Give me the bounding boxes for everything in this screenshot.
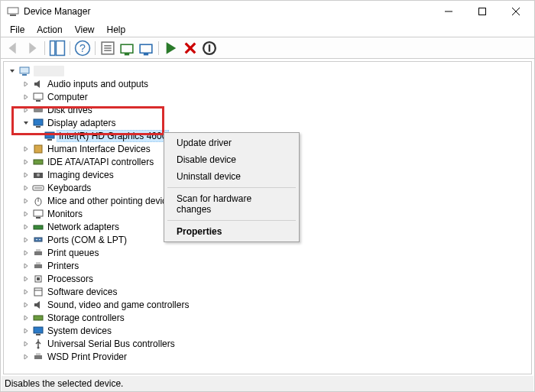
tree-node-printqueues[interactable]: Print queues bbox=[7, 246, 528, 259]
svg-point-43 bbox=[39, 238, 41, 240]
tree-node-processors[interactable]: Processors bbox=[7, 272, 528, 285]
chevron-right-icon[interactable] bbox=[21, 300, 31, 309]
ctx-update-driver[interactable]: Update driver bbox=[166, 134, 297, 151]
tree-node-display[interactable]: Display adapters bbox=[7, 116, 528, 129]
svg-rect-16 bbox=[140, 44, 152, 53]
node-label: Storage controllers bbox=[47, 313, 125, 323]
node-label: Imaging devices bbox=[47, 170, 114, 180]
help-button[interactable]: ? bbox=[73, 40, 92, 57]
tree-node-disk[interactable]: Disk drives bbox=[7, 103, 528, 116]
chevron-right-icon[interactable] bbox=[21, 313, 31, 322]
svg-rect-52 bbox=[34, 316, 43, 320]
tree-node-computer[interactable]: Computer bbox=[7, 90, 528, 103]
chevron-right-icon[interactable] bbox=[21, 105, 31, 115]
printer-icon bbox=[32, 260, 44, 272]
ports-icon bbox=[32, 234, 44, 246]
enable-device-button[interactable] bbox=[162, 40, 180, 57]
node-label: Sound, video and game controllers bbox=[47, 300, 189, 310]
scan-hardware-button[interactable] bbox=[137, 40, 155, 57]
network-icon bbox=[32, 221, 44, 233]
update-driver-button[interactable] bbox=[118, 40, 136, 57]
back-button[interactable] bbox=[4, 40, 22, 57]
node-label: Ports (COM & LPT) bbox=[47, 235, 127, 245]
svg-rect-25 bbox=[34, 108, 43, 112]
chevron-right-icon[interactable] bbox=[21, 157, 31, 167]
node-label: IDE ATA/ATAPI controllers bbox=[47, 157, 154, 167]
imaging-icon bbox=[32, 169, 44, 181]
separator bbox=[167, 220, 296, 221]
computer-icon bbox=[18, 65, 31, 77]
svg-rect-21 bbox=[20, 67, 29, 73]
minimize-button[interactable] bbox=[432, 1, 465, 22]
tree-node-audio[interactable]: Audio inputs and outputs bbox=[7, 77, 528, 90]
mouse-icon bbox=[32, 195, 44, 207]
ctx-uninstall-device[interactable]: Uninstall device bbox=[166, 168, 297, 185]
disk-icon bbox=[32, 104, 44, 116]
window-title: Device Manager bbox=[24, 6, 432, 17]
titlebar: Device Manager bbox=[1, 1, 534, 22]
menu-view[interactable]: View bbox=[69, 23, 101, 37]
chevron-right-icon[interactable] bbox=[21, 235, 31, 245]
chevron-right-icon[interactable] bbox=[21, 261, 31, 271]
chevron-right-icon[interactable] bbox=[21, 326, 31, 335]
chevron-right-icon[interactable] bbox=[21, 339, 31, 348]
disable-device-button[interactable] bbox=[200, 40, 219, 57]
chevron-right-icon[interactable] bbox=[21, 274, 31, 283]
properties-button[interactable] bbox=[99, 40, 117, 57]
svg-rect-22 bbox=[22, 74, 27, 76]
tree-node-software[interactable]: Software devices bbox=[7, 285, 528, 298]
tree-node-wsd[interactable]: WSD Print Provider bbox=[7, 350, 528, 363]
ctx-disable-device[interactable]: Disable device bbox=[166, 151, 297, 168]
status-text: Disables the selected device. bbox=[5, 378, 123, 389]
tree-node-printers[interactable]: Printers bbox=[7, 259, 528, 272]
menu-help[interactable]: Help bbox=[101, 23, 132, 37]
close-button[interactable] bbox=[499, 1, 533, 22]
svg-rect-7 bbox=[56, 40, 64, 55]
system-icon bbox=[32, 325, 44, 337]
tree-node-usb[interactable]: Universal Serial Bus controllers bbox=[7, 337, 528, 350]
svg-rect-31 bbox=[34, 160, 43, 164]
menu-file[interactable]: File bbox=[4, 23, 31, 37]
chevron-right-icon[interactable] bbox=[21, 144, 31, 154]
software-icon bbox=[32, 286, 44, 298]
chevron-right-icon[interactable] bbox=[21, 352, 31, 361]
chevron-right-icon[interactable] bbox=[21, 209, 31, 219]
chevron-right-icon[interactable] bbox=[21, 92, 31, 102]
ctx-properties[interactable]: Properties bbox=[166, 223, 297, 240]
svg-rect-54 bbox=[36, 334, 41, 335]
chevron-right-icon[interactable] bbox=[21, 287, 31, 296]
storage-icon bbox=[32, 312, 44, 324]
uninstall-device-button[interactable] bbox=[181, 40, 199, 57]
chevron-down-icon[interactable] bbox=[21, 118, 31, 128]
svg-rect-28 bbox=[45, 132, 54, 138]
svg-rect-39 bbox=[36, 217, 41, 219]
tree-node-sound[interactable]: Sound, video and game controllers bbox=[7, 298, 528, 311]
ctx-scan-hardware[interactable]: Scan for hardware changes bbox=[166, 190, 297, 218]
printer-icon bbox=[32, 247, 44, 259]
tree-node-storage[interactable]: Storage controllers bbox=[7, 311, 528, 324]
node-label: Disk drives bbox=[47, 105, 92, 115]
node-label: Printers bbox=[47, 261, 79, 271]
node-label: Mice and other pointing devices bbox=[47, 196, 177, 206]
forward-button[interactable] bbox=[23, 40, 41, 57]
svg-rect-46 bbox=[34, 264, 42, 268]
maximize-button[interactable] bbox=[465, 1, 499, 22]
chevron-right-icon[interactable] bbox=[21, 79, 31, 89]
svg-rect-30 bbox=[34, 145, 42, 153]
chevron-right-icon[interactable] bbox=[21, 196, 31, 206]
tree-node-system[interactable]: System devices bbox=[7, 324, 528, 337]
tree-root[interactable] bbox=[7, 64, 528, 77]
chevron-right-icon[interactable] bbox=[21, 248, 31, 258]
menu-action[interactable]: Action bbox=[31, 23, 68, 37]
show-hide-tree-button[interactable] bbox=[48, 40, 66, 57]
node-label: Keyboards bbox=[47, 183, 91, 193]
separator bbox=[158, 41, 159, 55]
node-label: Universal Serial Bus controllers bbox=[47, 339, 175, 349]
chevron-right-icon[interactable] bbox=[21, 170, 31, 180]
chevron-right-icon[interactable] bbox=[21, 222, 31, 232]
chevron-right-icon[interactable] bbox=[21, 183, 31, 193]
audio-icon bbox=[32, 78, 44, 90]
chevron-down-icon[interactable] bbox=[7, 66, 17, 76]
display-icon bbox=[32, 117, 44, 129]
printer-icon bbox=[32, 351, 44, 363]
